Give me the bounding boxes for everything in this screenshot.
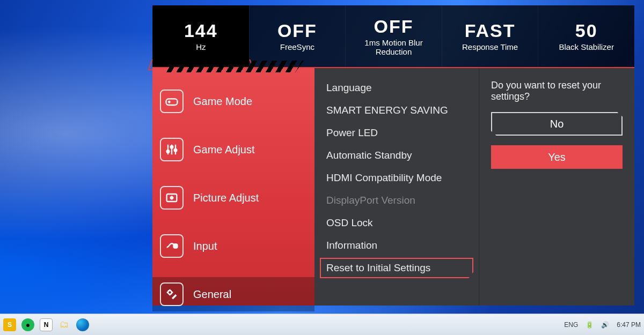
svg-point-2 [171, 146, 173, 148]
submenu-item-hdmi-compat[interactable]: HDMI Compatibility Mode [326, 172, 467, 184]
submenu-item-information[interactable]: Information [326, 240, 467, 251]
svg-point-3 [174, 149, 177, 152]
status-value: FAST [465, 20, 516, 41]
osd-status-bar: 144 Hz OFF FreeSync OFF 1ms Motion Blur … [152, 5, 634, 67]
submenu-item-dp-version: DisplayPort Version [326, 195, 467, 206]
taskbar-app-spotify-icon[interactable]: ● [21, 318, 34, 331]
svg-rect-0 [166, 99, 178, 105]
brightness-icon [160, 186, 184, 210]
status-value: 50 [575, 20, 598, 41]
wrench-gear-icon [160, 282, 184, 306]
osd-main-menu: Game Mode Game Adjust Picture Adjust Inp… [152, 68, 314, 306]
menu-label: Input [193, 240, 217, 252]
menu-item-general[interactable]: General [152, 277, 314, 311]
status-value: OFF [374, 16, 413, 37]
confirm-question: Do you want to reset your settings? [491, 80, 623, 102]
plug-icon [160, 234, 184, 258]
status-value: 144 [184, 20, 218, 41]
osd-submenu: Language SMART ENERGY SAVING Power LED A… [314, 68, 479, 306]
status-label: Black Stabilizer [559, 42, 614, 51]
svg-point-1 [167, 150, 170, 153]
taskbar-systray: ENG 🔋 🔊 6:47 PM [564, 321, 641, 329]
menu-stripe-decor [163, 61, 304, 72]
osd-main-panel: Game Mode Game Adjust Picture Adjust Inp… [152, 67, 634, 306]
taskbar-app-edge-icon[interactable] [76, 318, 89, 331]
svg-rect-5 [174, 244, 178, 248]
menu-label: General [193, 288, 231, 301]
menu-item-game-adjust[interactable]: Game Adjust [152, 132, 314, 167]
status-label: Hz [196, 42, 206, 51]
status-tile-freesync: OFF FreeSync [249, 5, 346, 67]
status-value: OFF [277, 20, 317, 41]
battery-icon[interactable]: 🔋 [586, 321, 594, 329]
submenu-item-osd-lock[interactable]: OSD Lock [326, 217, 467, 229]
menu-label: Game Adjust [193, 144, 255, 156]
status-label: Response Time [462, 42, 518, 51]
submenu-item-auto-standby[interactable]: Automatic Standby [326, 150, 467, 161]
menu-item-input[interactable]: Input [152, 229, 314, 263]
taskbar-app-notion-icon[interactable]: N [40, 318, 53, 331]
submenu-item-language[interactable]: Language [326, 82, 467, 94]
submenu-item-reset[interactable]: Reset to Initial Settings [320, 258, 473, 278]
taskbar-app-explorer-icon[interactable]: 🗂 [58, 318, 71, 331]
submenu-item-smart-energy[interactable]: SMART ENERGY SAVING [326, 105, 467, 116]
confirm-no-button[interactable]: No [491, 112, 623, 136]
windows-taskbar[interactable]: S ● N 🗂 ENG 🔋 🔊 6:47 PM [0, 314, 644, 335]
status-label: 1ms Motion Blur Reduction [348, 38, 440, 57]
volume-icon[interactable]: 🔊 [601, 321, 609, 329]
menu-item-game-mode[interactable]: Game Mode [152, 84, 314, 118]
gamepad-icon [160, 90, 184, 113]
taskbar-language[interactable]: ENG [564, 321, 578, 329]
osd-confirmation-pane: Do you want to reset your settings? No Y… [479, 68, 634, 306]
taskbar-pinned-apps: S ● N 🗂 [3, 318, 89, 331]
status-tile-response: FAST Response Time [442, 5, 538, 67]
status-label: FreeSync [280, 42, 314, 51]
status-tile-blackstab: 50 Black Stabilizer [538, 5, 634, 67]
submenu-item-power-led[interactable]: Power LED [326, 127, 467, 139]
taskbar-app-sublime-icon[interactable]: S [3, 318, 16, 331]
status-tile-refresh: 144 Hz [152, 5, 249, 67]
confirm-yes-button[interactable]: Yes [491, 145, 623, 169]
menu-label: Picture Adjust [193, 192, 259, 204]
taskbar-clock[interactable]: 6:47 PM [617, 321, 641, 329]
status-tile-motionblur: OFF 1ms Motion Blur Reduction [345, 5, 442, 67]
menu-item-picture-adjust[interactable]: Picture Adjust [152, 181, 314, 215]
sliders-icon [160, 138, 184, 161]
menu-label: Game Mode [193, 95, 252, 108]
